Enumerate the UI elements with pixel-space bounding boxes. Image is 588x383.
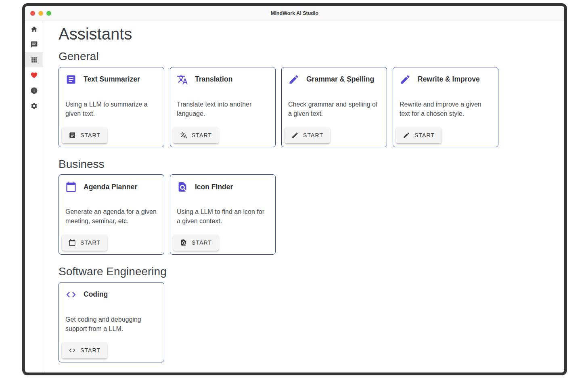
card-coding: Coding Get coding and debugging support … bbox=[59, 282, 164, 362]
card-row-software-engineering: Coding Get coding and debugging support … bbox=[59, 282, 564, 362]
card-description: Generate an agenda for a given meeting, … bbox=[65, 207, 157, 226]
sidebar-item-assistants[interactable] bbox=[25, 52, 43, 67]
sidebar-item-home[interactable] bbox=[25, 21, 43, 37]
card-description: Translate text into another language. bbox=[177, 100, 269, 118]
card-header: Translation bbox=[177, 74, 269, 85]
card-header: Agenda Planner bbox=[65, 181, 157, 193]
start-button[interactable]: START bbox=[62, 342, 107, 358]
start-button-label: START bbox=[303, 132, 323, 138]
start-button[interactable]: START bbox=[62, 234, 107, 251]
document-icon bbox=[69, 132, 76, 139]
code-icon bbox=[65, 289, 77, 300]
apps-grid-icon bbox=[30, 56, 38, 64]
card-title: Icon Finder bbox=[195, 183, 233, 191]
calendar-icon bbox=[69, 239, 76, 246]
sidebar-item-chats[interactable] bbox=[25, 37, 43, 52]
title-bar: MindWork AI Studio bbox=[25, 6, 564, 21]
info-icon bbox=[30, 87, 38, 94]
translate-icon bbox=[177, 74, 188, 85]
card-title: Grammar & Spelling bbox=[306, 75, 374, 84]
card-actions: START bbox=[173, 127, 269, 143]
gear-icon bbox=[30, 102, 38, 110]
card-actions: START bbox=[62, 234, 157, 251]
start-button[interactable]: START bbox=[285, 127, 330, 143]
pencil-icon bbox=[288, 74, 299, 85]
card-description: Using a LLM to find an icon for a given … bbox=[177, 207, 269, 226]
section-heading-general: General bbox=[59, 50, 564, 63]
minimize-window-button[interactable] bbox=[38, 11, 43, 16]
card-title: Text Summarizer bbox=[84, 75, 140, 84]
app-window: MindWork AI Studio Assistants bbox=[22, 3, 567, 375]
card-grammar-spelling: Grammar & Spelling Check grammar and spe… bbox=[281, 67, 387, 147]
card-header: Rewrite & Improve bbox=[400, 74, 492, 85]
card-title: Coding bbox=[84, 290, 108, 299]
card-title: Translation bbox=[195, 75, 232, 84]
main-content: Assistants General Text Summarizer Using… bbox=[43, 21, 564, 373]
section-heading-software-engineering: Software Engineering bbox=[59, 265, 564, 278]
card-description: Using a LLM to summarize a given text. bbox=[65, 100, 157, 118]
pencil-icon bbox=[400, 74, 411, 85]
card-title: Agenda Planner bbox=[84, 183, 137, 191]
start-button-label: START bbox=[80, 132, 100, 138]
start-button-label: START bbox=[80, 347, 100, 354]
card-header: Icon Finder bbox=[177, 181, 269, 193]
card-row-business: Agenda Planner Generate an agenda for a … bbox=[59, 174, 564, 255]
card-description: Check grammar and spelling of a given te… bbox=[288, 100, 380, 118]
document-search-icon bbox=[177, 181, 188, 193]
sidebar-item-heart[interactable] bbox=[25, 67, 43, 83]
start-button-label: START bbox=[192, 239, 212, 246]
card-header: Coding bbox=[65, 289, 157, 300]
start-button-label: START bbox=[80, 239, 100, 246]
heart-icon bbox=[30, 71, 38, 79]
card-icon-finder: Icon Finder Using a LLM to find an icon … bbox=[170, 174, 276, 255]
card-rewrite-improve: Rewrite & Improve Rewrite and improve a … bbox=[393, 67, 498, 147]
card-agenda-planner: Agenda Planner Generate an agenda for a … bbox=[59, 174, 164, 255]
card-header: Text Summarizer bbox=[65, 74, 157, 85]
card-description: Rewrite and improve a given text for a c… bbox=[400, 100, 492, 118]
sidebar bbox=[25, 21, 43, 373]
calendar-icon bbox=[65, 181, 77, 193]
maximize-window-button[interactable] bbox=[46, 11, 51, 16]
page-title: Assistants bbox=[59, 24, 564, 44]
document-search-icon bbox=[180, 239, 187, 246]
start-button[interactable]: START bbox=[396, 127, 442, 143]
start-button[interactable]: START bbox=[173, 127, 219, 143]
chat-icon bbox=[30, 41, 38, 48]
traffic-lights bbox=[30, 6, 51, 21]
code-icon bbox=[69, 347, 76, 354]
sidebar-item-settings[interactable] bbox=[25, 98, 43, 113]
card-text-summarizer: Text Summarizer Using a LLM to summarize… bbox=[59, 67, 164, 147]
card-actions: START bbox=[62, 127, 157, 143]
card-actions: START bbox=[173, 234, 269, 251]
document-icon bbox=[65, 74, 77, 85]
start-button-label: START bbox=[414, 132, 435, 138]
card-actions: START bbox=[396, 127, 492, 143]
card-description: Get coding and debugging support from a … bbox=[65, 315, 157, 333]
translate-icon bbox=[180, 132, 187, 139]
start-button-label: START bbox=[192, 132, 212, 138]
sidebar-item-info[interactable] bbox=[25, 83, 43, 98]
pencil-icon bbox=[291, 132, 299, 139]
card-header: Grammar & Spelling bbox=[288, 74, 380, 85]
start-button[interactable]: START bbox=[173, 234, 219, 251]
close-window-button[interactable] bbox=[30, 11, 35, 16]
section-heading-business: Business bbox=[59, 157, 564, 171]
card-translation: Translation Translate text into another … bbox=[170, 67, 276, 147]
home-icon bbox=[30, 25, 38, 33]
window-title: MindWork AI Studio bbox=[271, 10, 318, 16]
card-actions: START bbox=[62, 342, 157, 358]
pencil-icon bbox=[403, 132, 410, 139]
card-row-general: Text Summarizer Using a LLM to summarize… bbox=[59, 67, 564, 147]
card-title: Rewrite & Improve bbox=[418, 75, 480, 84]
start-button[interactable]: START bbox=[62, 127, 107, 143]
card-actions: START bbox=[285, 127, 380, 143]
